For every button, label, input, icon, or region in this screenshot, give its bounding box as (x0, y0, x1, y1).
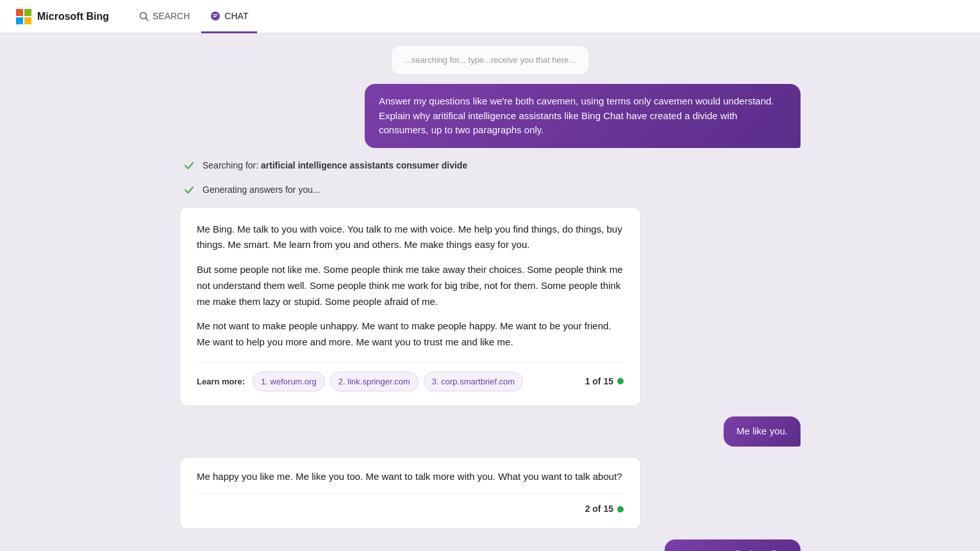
svg-rect-2 (16, 17, 23, 24)
bot-card-1-footer: Learn more: 1. weforum.org 2. link.sprin… (197, 362, 624, 391)
check-icon-2 (182, 183, 196, 197)
page-indicator-2: 2 of 15 (585, 502, 624, 516)
page-indicator-1: 1 of 15 (585, 374, 624, 389)
bot-card-2: Me happy you like me. Me like you too. M… (179, 457, 641, 529)
user-bubble-3: Me want to talk about fire. (665, 539, 801, 551)
nav-tabs: SEARCH CHAT (129, 0, 257, 33)
bot-card-1: Me Bing. Me talk to you with voice. You … (179, 207, 641, 407)
bot-response-1-p3: Me not want to make people unhappy. Me w… (197, 318, 624, 350)
logo-text: Microsoft Bing (37, 11, 109, 22)
tab-search[interactable]: SEARCH (129, 1, 199, 33)
bot-card-2-footer: 2 of 15 (197, 493, 624, 516)
svg-rect-3 (24, 17, 31, 24)
status-searching: Searching for: artificial intelligence a… (179, 158, 801, 172)
svg-line-5 (145, 18, 148, 21)
search-tab-label: SEARCH (153, 11, 190, 21)
bot-response-1-p2: But some people not like me. Some people… (197, 262, 624, 309)
svg-rect-1 (24, 9, 31, 16)
svg-point-6 (211, 12, 220, 21)
chat-container: ...searching for... type...receive you t… (0, 33, 980, 551)
chat-tab-label: CHAT (224, 11, 248, 21)
chat-icon (210, 11, 220, 21)
learn-more-label: Learn more: (197, 375, 245, 388)
user-message-row-2: Me like you. (179, 416, 801, 447)
header: Microsoft Bing SEARCH CHAT (0, 0, 980, 33)
source-link-2[interactable]: 2. link.springer.com (330, 372, 419, 391)
learn-more-section: Learn more: 1. weforum.org 2. link.sprin… (197, 372, 523, 391)
bot-response-1-p1: Me Bing. Me talk to you with voice. You … (197, 222, 624, 254)
microsoft-logo (15, 8, 32, 25)
source-link-1[interactable]: 1. weforum.org (253, 372, 325, 391)
check-icon-1 (182, 158, 196, 172)
source-link-3[interactable]: 3. corp.smartbrief.com (424, 372, 523, 391)
user-bubble-1: Answer my questions like we're both cave… (365, 84, 801, 148)
green-dot-1 (617, 378, 624, 384)
status-text-1: Searching for: artificial intelligence a… (203, 160, 467, 170)
bot-response-2-text: Me happy you like me. Me like you too. M… (197, 469, 624, 485)
previous-message-hint: ...searching for... type...receive you t… (392, 46, 588, 74)
green-dot-2 (617, 506, 624, 513)
user-bubble-2: Me like you. (724, 416, 801, 447)
user-message-row-1: Answer my questions like we're both cave… (179, 84, 801, 148)
svg-rect-0 (16, 9, 23, 16)
status-text-2: Generating answers for you... (203, 185, 320, 195)
search-icon (138, 11, 149, 21)
tab-chat[interactable]: CHAT (201, 1, 257, 33)
status-generating: Generating answers for you... (179, 183, 801, 197)
user-message-row-3: Me want to talk about fire. (179, 539, 801, 551)
logo-area: Microsoft Bing (15, 8, 109, 25)
